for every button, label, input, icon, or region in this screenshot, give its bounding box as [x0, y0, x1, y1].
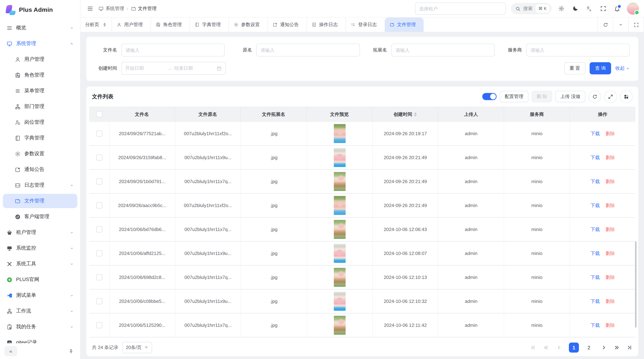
sidebar-item[interactable]: 工作流: [3, 304, 77, 318]
delete-link[interactable]: 删除: [606, 298, 615, 305]
select-all-checkbox[interactable]: [96, 111, 102, 117]
file-preview-thumbnail[interactable]: [334, 316, 346, 335]
table-column-header[interactable]: 服务商: [504, 107, 570, 122]
row-checkbox[interactable]: [96, 274, 102, 280]
notifications-button[interactable]: [614, 5, 620, 12]
download-link[interactable]: 下载: [590, 250, 600, 257]
sidebar-item[interactable]: 系统管理: [3, 36, 77, 51]
filter-field-input[interactable]: [256, 44, 360, 56]
tabbar-maximize-button[interactable]: [628, 17, 644, 32]
tab[interactable]: 分析页: [80, 17, 112, 32]
row-checkbox[interactable]: [96, 322, 102, 328]
sidebar-item[interactable]: 我的任务: [3, 320, 77, 334]
download-link[interactable]: 下载: [590, 322, 600, 329]
sidebar-item[interactable]: gitee记录: [3, 336, 77, 343]
row-checkbox[interactable]: [96, 298, 102, 304]
file-preview-thumbnail[interactable]: [334, 148, 346, 167]
filter-field-input[interactable]: [391, 44, 495, 56]
table-fullscreen-button[interactable]: [604, 90, 617, 103]
user-avatar[interactable]: [627, 2, 639, 15]
page-number-button[interactable]: 2: [584, 342, 594, 353]
sidebar-item[interactable]: 文件管理: [3, 194, 77, 208]
sidebar-item[interactable]: 角色管理: [3, 68, 77, 82]
app-logo[interactable]: Plus Admin: [0, 0, 80, 20]
tenant-select-input[interactable]: [415, 2, 506, 15]
tab[interactable]: 用户管理: [112, 17, 151, 32]
delete-link[interactable]: 删除: [606, 178, 615, 185]
language-icon[interactable]: [586, 5, 592, 12]
breadcrumb-item-files[interactable]: 文件管理: [131, 5, 156, 12]
download-link[interactable]: 下载: [590, 226, 600, 233]
page-number-button[interactable]: 1: [569, 342, 579, 353]
date-range-picker[interactable]: 开始日期 → 结束日期: [121, 62, 226, 75]
fullscreen-icon[interactable]: [600, 5, 606, 12]
sidebar-item[interactable]: 通知公告: [3, 162, 77, 177]
tab[interactable]: 通知公告: [268, 17, 307, 32]
filter-field-input[interactable]: [121, 44, 225, 56]
table-columns-button[interactable]: [620, 90, 632, 103]
delete-link[interactable]: 删除: [606, 274, 615, 281]
last-page-button[interactable]: [627, 345, 632, 350]
row-checkbox[interactable]: [96, 202, 102, 208]
sidebar-item[interactable]: 参数设置: [3, 147, 77, 161]
prev-page-button[interactable]: [556, 345, 562, 350]
delete-link[interactable]: 删除: [606, 130, 615, 137]
delete-button[interactable]: 删 除: [532, 91, 552, 102]
prev-10-pages-button[interactable]: [543, 345, 549, 350]
file-preview-thumbnail[interactable]: [334, 268, 346, 287]
filter-field-input[interactable]: [526, 44, 630, 56]
collapse-filter-link[interactable]: 收起: [616, 65, 630, 71]
row-checkbox[interactable]: [96, 250, 102, 256]
sidebar-item[interactable]: 系统工具: [3, 257, 77, 271]
file-preview-thumbnail[interactable]: [334, 292, 346, 311]
row-checkbox[interactable]: [96, 178, 102, 185]
delete-link[interactable]: 删除: [606, 154, 615, 161]
sidebar-item[interactable]: 部门管理: [3, 99, 77, 114]
download-link[interactable]: 下载: [590, 154, 600, 161]
row-checkbox[interactable]: [96, 154, 102, 161]
sidebar-item[interactable]: 测试菜单: [3, 288, 77, 303]
hamburger-icon[interactable]: [87, 5, 94, 12]
toolbar-toggle[interactable]: [482, 93, 496, 100]
file-preview-thumbnail[interactable]: [334, 124, 346, 143]
download-link[interactable]: 下载: [590, 298, 600, 305]
table-column-header[interactable]: 文件名: [109, 107, 174, 122]
sidebar-item[interactable]: 客户端管理: [3, 210, 77, 224]
table-column-header[interactable]: 文件预览: [306, 107, 372, 122]
sidebar-item[interactable]: 概览: [3, 21, 77, 35]
sidebar-item[interactable]: 系统监控: [3, 241, 77, 255]
next-page-button[interactable]: [601, 345, 607, 350]
config-manage-button[interactable]: 配置管理: [500, 91, 528, 102]
download-link[interactable]: 下载: [590, 178, 600, 185]
table-column-header[interactable]: 创建时间: [372, 107, 438, 122]
search-button[interactable]: 查 询: [590, 62, 611, 74]
table-scrollbar[interactable]: [635, 241, 636, 328]
delete-link[interactable]: 删除: [606, 322, 615, 329]
table-refresh-button[interactable]: [588, 90, 601, 103]
file-preview-thumbnail[interactable]: [334, 244, 346, 263]
file-preview-thumbnail[interactable]: [334, 220, 346, 239]
global-search-button[interactable]: 搜索 ⌘ K: [511, 3, 552, 14]
tab[interactable]: 字典管理: [190, 17, 229, 32]
tab[interactable]: 参数设置: [229, 17, 268, 32]
breadcrumb-item-system[interactable]: 系统管理: [98, 5, 124, 12]
sidebar-item[interactable]: 日志管理: [3, 178, 77, 192]
table-column-header[interactable]: 文件拓展名: [240, 107, 306, 122]
delete-link[interactable]: 删除: [606, 226, 615, 233]
sidebar-item[interactable]: PLUS官网: [3, 273, 77, 287]
reset-button[interactable]: 重 置: [564, 62, 586, 74]
table-column-header[interactable]: 上传人: [438, 107, 504, 122]
download-link[interactable]: 下载: [590, 130, 600, 137]
tab[interactable]: 文件管理: [385, 17, 424, 32]
file-preview-thumbnail[interactable]: [334, 196, 346, 215]
dark-mode-moon-icon[interactable]: [572, 5, 578, 12]
sidebar-item[interactable]: 菜单管理: [3, 84, 77, 98]
sort-icons[interactable]: [414, 112, 417, 116]
tabbar-more-button[interactable]: [613, 17, 628, 32]
settings-gear-icon[interactable]: [558, 5, 564, 12]
download-link[interactable]: 下载: [590, 202, 600, 209]
sidebar-item[interactable]: 租户管理: [3, 225, 77, 240]
tab[interactable]: 角色管理: [151, 17, 190, 32]
file-preview-thumbnail[interactable]: [334, 172, 346, 191]
first-page-button[interactable]: [530, 345, 536, 350]
